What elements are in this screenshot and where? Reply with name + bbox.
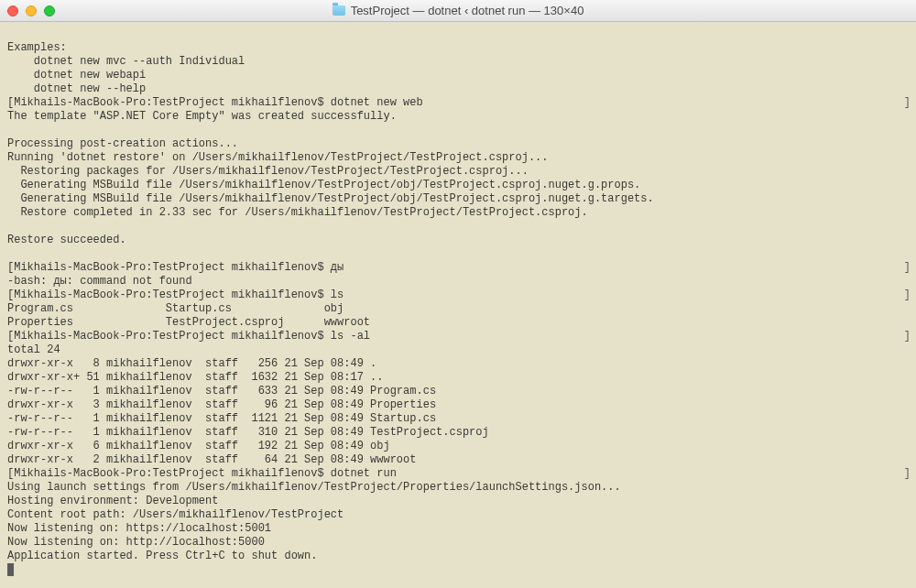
terminal-line: Examples: — [7, 41, 909, 55]
terminal-line: Now listening on: http://localhost:5000 — [7, 536, 909, 550]
terminal-line: Properties TestProject.csproj wwwroot — [7, 316, 909, 330]
window-title-text: TestProject — dotnet ‹ dotnet run — 130×… — [351, 4, 584, 17]
close-icon[interactable] — [7, 5, 18, 16]
terminal-line — [7, 27, 909, 41]
traffic-lights — [7, 5, 55, 16]
terminal-line: Restore completed in 2.33 sec for /Users… — [7, 206, 909, 220]
terminal-line — [7, 220, 909, 234]
terminal-line: Processing post-creation actions... — [7, 137, 909, 151]
terminal-line: Running 'dotnet restore' on /Users/mikha… — [7, 151, 909, 165]
terminal-line: [Mikhails-MacBook-Pro:TestProject mikhai… — [7, 330, 909, 343]
terminal-cursor-line — [7, 563, 909, 577]
terminal-line: [Mikhails-MacBook-Pro:TestProject mikhai… — [7, 289, 909, 302]
folder-icon — [333, 5, 345, 16]
minimize-icon[interactable] — [26, 5, 37, 16]
terminal-line: Generating MSBuild file /Users/mikhailfl… — [7, 179, 909, 192]
terminal-line: The template "ASP.NET Core Empty" was cr… — [7, 110, 909, 124]
terminal-line: -rw-r--r-- 1 mikhailflenov staff 633 21 … — [7, 385, 909, 398]
terminal-line: dotnet new mvc --auth Individual — [7, 55, 909, 69]
terminal-line: Restoring packages for /Users/mikhailfle… — [7, 165, 909, 179]
terminal-line: Generating MSBuild file /Users/mikhailfl… — [7, 192, 909, 206]
terminal-line: Content root path: /Users/mikhailflenov/… — [7, 508, 909, 522]
terminal-line: Application started. Press Ctrl+C to shu… — [7, 550, 909, 563]
terminal-line: drwxr-xr-x 3 mikhailflenov staff 96 21 S… — [7, 398, 909, 412]
terminal-line: [Mikhails-MacBook-Pro:TestProject mikhai… — [7, 96, 909, 110]
zoom-icon[interactable] — [44, 5, 55, 16]
window-title: TestProject — dotnet ‹ dotnet run — 130×… — [7, 4, 909, 17]
terminal-line: dotnet new --help — [7, 82, 909, 96]
terminal-line: total 24 — [7, 343, 909, 357]
terminal-line: -rw-r--r-- 1 mikhailflenov staff 1121 21… — [7, 412, 909, 426]
terminal-line: Using launch settings from /Users/mikhai… — [7, 481, 909, 495]
terminal-line: drwxr-xr-x+ 51 mikhailflenov staff 1632 … — [7, 371, 909, 385]
terminal-line: [Mikhails-MacBook-Pro:TestProject mikhai… — [7, 261, 909, 275]
cursor-icon — [7, 563, 14, 576]
terminal-line — [7, 124, 909, 137]
terminal-line — [7, 247, 909, 261]
terminal-line: Now listening on: https://localhost:5001 — [7, 522, 909, 536]
terminal-body[interactable]: Examples: dotnet new mvc --auth Individu… — [0, 22, 916, 588]
terminal-line: Restore succeeded. — [7, 234, 909, 247]
terminal-line: drwxr-xr-x 8 mikhailflenov staff 256 21 … — [7, 357, 909, 371]
terminal-line: Hosting environment: Development — [7, 495, 909, 508]
terminal-window: TestProject — dotnet ‹ dotnet run — 130×… — [0, 0, 916, 588]
title-bar[interactable]: TestProject — dotnet ‹ dotnet run — 130×… — [0, 0, 916, 22]
terminal-line: dotnet new webapi — [7, 69, 909, 82]
terminal-line: -rw-r--r-- 1 mikhailflenov staff 310 21 … — [7, 426, 909, 440]
terminal-line: drwxr-xr-x 2 mikhailflenov staff 64 21 S… — [7, 453, 909, 467]
terminal-line: -bash: ды: command not found — [7, 275, 909, 289]
terminal-line: [Mikhails-MacBook-Pro:TestProject mikhai… — [7, 467, 909, 481]
terminal-line: Program.cs Startup.cs obj — [7, 302, 909, 316]
terminal-line: drwxr-xr-x 6 mikhailflenov staff 192 21 … — [7, 440, 909, 453]
